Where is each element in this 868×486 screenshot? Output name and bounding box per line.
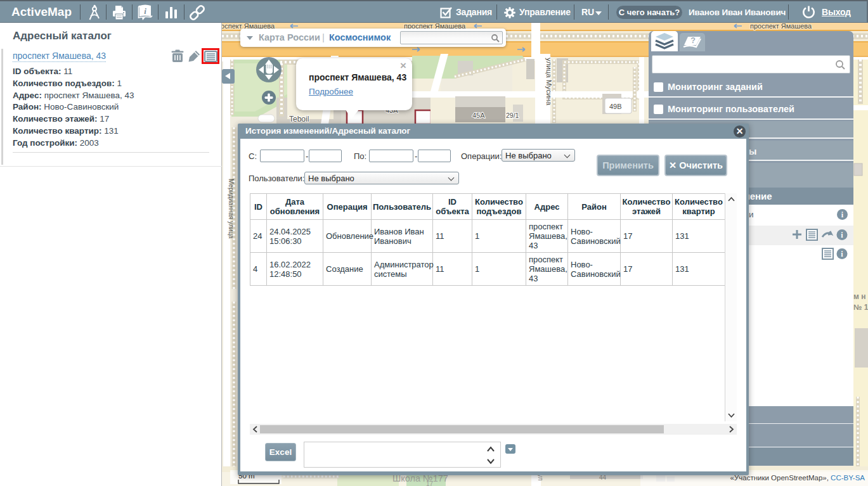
svg-text:?: ? xyxy=(690,36,696,45)
svg-text:м н: м н xyxy=(853,292,865,301)
svg-text:Teboil: Teboil xyxy=(289,115,309,124)
svg-text:Меридианная улица: Меридианная улица xyxy=(228,179,235,239)
svg-text:«Участники OpenStreetMap», CC-: «Участники OpenStreetMap», CC-BY-SA xyxy=(730,474,865,482)
svg-text:№ 1: № 1 xyxy=(853,303,868,312)
svg-text:улица Мусина: улица Мусина xyxy=(545,58,553,106)
svg-text:проспект Ямашева: проспект Ямашева xyxy=(750,23,812,30)
svg-text:29/1: 29/1 xyxy=(506,112,519,119)
svg-text:45А: 45А xyxy=(472,112,485,119)
svg-text:49В: 49В xyxy=(609,103,622,110)
svg-text:i: i xyxy=(144,6,146,16)
